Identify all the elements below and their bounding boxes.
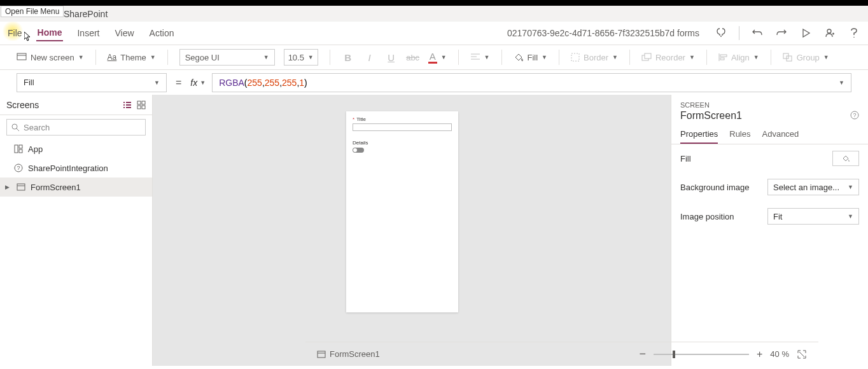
font-size-select[interactable]: 10.5 ▼: [284, 49, 318, 66]
border-button[interactable]: Border ▼: [571, 53, 618, 62]
integration-icon: ?: [14, 164, 23, 172]
chevron-down-icon[interactable]: ▼: [839, 80, 844, 86]
undo-icon[interactable]: [751, 27, 764, 39]
field-details-label: Details: [353, 140, 368, 146]
search-placeholder: Search: [24, 123, 50, 132]
chevron-down-icon: ▼: [78, 54, 84, 60]
chevron-down-icon: ▼: [308, 54, 314, 60]
svg-rect-28: [19, 150, 22, 153]
chevron-down-icon: ▼: [542, 54, 547, 60]
svg-rect-33: [318, 351, 325, 358]
zoom-out-button[interactable]: −: [639, 347, 646, 361]
app-icon: [14, 144, 23, 153]
tab-properties[interactable]: Properties: [680, 124, 718, 144]
form-canvas[interactable]: *Title Details: [346, 111, 458, 312]
svg-text:?: ?: [17, 165, 20, 171]
prop-img-pos-select[interactable]: Fit ▼: [767, 208, 859, 225]
help-icon[interactable]: [848, 27, 860, 39]
fill-button[interactable]: Fill ▼: [514, 52, 548, 62]
formula-bar: Fill ▼ = fx▼ RGBA(255, 255, 255, 1) ▼: [0, 70, 868, 95]
search-icon: [11, 123, 20, 132]
search-input[interactable]: Search: [6, 119, 146, 136]
svg-rect-1: [17, 53, 26, 60]
breadcrumb-label[interactable]: FormScreen1: [330, 349, 380, 359]
bold-icon[interactable]: B: [342, 51, 354, 64]
theme-button[interactable]: Aa Theme ▼: [108, 53, 156, 62]
menu-view[interactable]: View: [113, 25, 135, 41]
share-icon[interactable]: [823, 27, 836, 39]
chevron-down-icon: ▼: [848, 184, 853, 190]
paint-bucket-icon: [841, 154, 850, 163]
menu-file[interactable]: File: [6, 25, 24, 41]
svg-rect-20: [137, 101, 141, 104]
prop-img-pos-label: Image position: [680, 212, 734, 221]
chevron-down-icon: ▼: [154, 80, 160, 86]
tree-item-label: SharePointIntegration: [28, 164, 108, 173]
font-color-button[interactable]: A ▼: [428, 51, 447, 64]
zoom-in-button[interactable]: +: [757, 349, 762, 360]
thumbnail-view-icon[interactable]: [137, 101, 146, 109]
svg-rect-27: [19, 145, 22, 148]
tab-advanced[interactable]: Advanced: [762, 124, 799, 144]
redo-icon[interactable]: [775, 27, 788, 39]
svg-rect-26: [15, 145, 18, 153]
list-view-icon[interactable]: [123, 101, 132, 109]
menu-insert[interactable]: Insert: [76, 25, 101, 41]
menu-home[interactable]: Home: [36, 25, 64, 41]
align-button[interactable]: Align ▼: [718, 53, 759, 62]
font-family-select[interactable]: Segoe UI ▼: [179, 49, 275, 66]
ribbon: New screen ▼ Aa Theme ▼ Segoe UI ▼ 10.5 …: [0, 45, 868, 70]
prop-img-pos-value: Fit: [773, 212, 782, 221]
theme-aa-icon: Aa: [108, 53, 117, 62]
chevron-down-icon: ▼: [263, 54, 269, 60]
divider: [739, 26, 739, 40]
prop-bg-image-value: Select an image...: [773, 183, 839, 192]
help-icon[interactable]: ?: [850, 111, 859, 120]
group-button[interactable]: Group ▼: [783, 53, 829, 62]
italic-icon[interactable]: I: [363, 51, 376, 64]
fx-button[interactable]: fx▼: [190, 78, 206, 88]
chevron-down-icon: ▼: [848, 213, 853, 219]
svg-rect-23: [142, 106, 145, 109]
menu-bar: File Home Insert View Action 02170763-9e…: [0, 22, 868, 45]
svg-point-0: [827, 29, 831, 33]
svg-rect-8: [645, 53, 651, 59]
svg-rect-6: [571, 53, 579, 61]
object-name: FormScreen1: [680, 110, 742, 122]
tree-item-sharepoint-integration[interactable]: ? SharePointIntegration: [0, 158, 152, 178]
fit-to-window-icon[interactable]: [797, 349, 807, 359]
zoom-slider[interactable]: [654, 354, 749, 355]
new-screen-icon: [17, 53, 27, 62]
formula-input[interactable]: RGBA(255, 255, 255, 1) ▼: [212, 73, 851, 92]
tree-view-pane: Screens Search App ? SharePointIntegrati…: [0, 95, 153, 366]
tree-item-label: App: [28, 144, 43, 154]
underline-icon[interactable]: U: [385, 51, 398, 64]
paint-bucket-icon: [514, 52, 524, 62]
app-checker-icon[interactable]: [715, 27, 727, 39]
canvas-area[interactable]: *Title Details FormScreen1 − + 40 %: [153, 95, 671, 366]
chevron-down-icon: ▼: [150, 54, 156, 60]
reorder-button[interactable]: Reorder ▼: [641, 53, 695, 62]
object-type-label: SCREEN: [680, 101, 859, 109]
details-toggle[interactable]: [353, 148, 364, 153]
new-screen-button[interactable]: New screen ▼: [17, 53, 84, 62]
tab-rules[interactable]: Rules: [729, 124, 750, 144]
prop-fill-label: Fill: [680, 154, 691, 164]
group-label: Group: [797, 53, 820, 62]
field-title-input[interactable]: [353, 123, 452, 131]
play-icon[interactable]: [799, 27, 812, 39]
property-select[interactable]: Fill ▼: [17, 73, 167, 92]
font-size-value: 10.5: [288, 53, 304, 62]
document-name: 02170763-9e2c-4d71-8656-7f3232515b7d for…: [507, 28, 699, 38]
tree-item-formscreen1[interactable]: ▶ FormScreen1: [0, 178, 152, 197]
prop-bg-image-select[interactable]: Select an image... ▼: [767, 179, 859, 195]
menu-action[interactable]: Action: [148, 25, 176, 41]
strikethrough-icon[interactable]: abc: [407, 51, 419, 64]
svg-rect-11: [720, 58, 724, 60]
fill-label: Fill: [528, 53, 538, 62]
expand-caret-icon[interactable]: ▶: [5, 184, 11, 190]
text-align-button[interactable]: ▼: [470, 53, 490, 62]
tree-item-app[interactable]: App: [0, 139, 152, 158]
prop-fill-swatch[interactable]: [832, 151, 859, 166]
svg-text:?: ?: [853, 112, 857, 118]
